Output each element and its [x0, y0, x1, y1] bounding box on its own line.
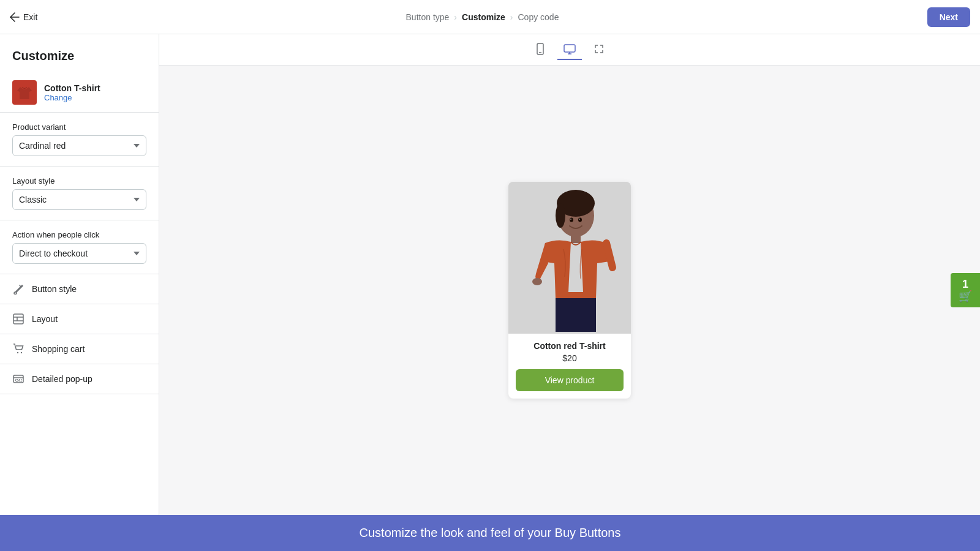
button-style-label: Button style: [32, 284, 77, 294]
breadcrumb-button-type[interactable]: Button type: [406, 12, 450, 22]
product-preview-title: Cotton red T-shirt: [516, 341, 624, 351]
product-thumbnail: [12, 80, 37, 105]
product-variant-select[interactable]: Cardinal red Navy blue Forest green Whit…: [12, 135, 146, 156]
action-click-select[interactable]: Direct to checkout Add to cart View prod…: [12, 243, 146, 264]
svg-rect-10: [19, 380, 21, 381]
breadcrumb-sep-2: ›: [510, 12, 513, 22]
top-nav: Exit Button type › Customize › Copy code…: [0, 0, 980, 34]
sidebar: Customize Cotton T-shirt Change Product …: [0, 34, 159, 515]
expand-view-button[interactable]: [587, 39, 611, 60]
svg-point-6: [21, 352, 22, 353]
product-name: Cotton T-shirt: [44, 83, 100, 93]
svg-point-22: [570, 218, 573, 222]
cart-icon: [12, 343, 24, 355]
product-card: Cotton T-shirt Change: [0, 73, 159, 113]
svg-rect-7: [13, 375, 23, 383]
cart-badge-icon: 🛒: [959, 291, 972, 302]
breadcrumb-sep-1: ›: [454, 12, 457, 22]
detailed-popup-label: Detailed pop-up: [32, 374, 92, 384]
action-click-section: Action when people click Direct to check…: [0, 220, 159, 274]
breadcrumb-customize: Customize: [462, 12, 505, 22]
layout-style-section: Layout style Classic Modern Minimal: [0, 167, 159, 220]
bottom-banner-text: Customize the look and feel of your Buy …: [360, 526, 621, 539]
svg-point-20: [532, 278, 542, 285]
product-preview-card: Cotton red T-shirt $20 View product: [508, 182, 631, 399]
cart-badge[interactable]: 1 🛒: [951, 273, 980, 307]
tshirt-thumb-icon: [14, 82, 35, 103]
sidebar-item-shopping-cart[interactable]: Shopping cart: [0, 334, 159, 364]
breadcrumb: Button type › Customize › Copy code: [406, 12, 559, 22]
svg-point-23: [578, 218, 582, 222]
layout-style-select[interactable]: Classic Modern Minimal: [12, 189, 146, 210]
svg-point-18: [556, 203, 565, 228]
preview-area: Cotton red T-shirt $20 View product 1 🛒: [159, 34, 980, 515]
exit-button[interactable]: Exit: [10, 12, 37, 22]
preview-content: Cotton red T-shirt $20 View product 1 🛒: [159, 66, 980, 515]
product-preview-info: Cotton red T-shirt $20 View product: [508, 334, 631, 399]
person-illustration: [508, 182, 631, 334]
layout-label: Layout: [32, 314, 58, 324]
cart-badge-count: 1: [962, 279, 968, 290]
desktop-icon: [564, 43, 576, 55]
sidebar-item-layout[interactable]: Layout: [0, 304, 159, 334]
mobile-view-button[interactable]: [528, 39, 552, 60]
svg-rect-21: [556, 298, 596, 332]
bottom-banner: Customize the look and feel of your Buy …: [0, 515, 980, 551]
sidebar-title: Customize: [0, 34, 159, 73]
product-preview-image: [508, 182, 631, 334]
svg-point-25: [579, 219, 580, 220]
layout-icon: [12, 313, 24, 325]
main-layout: Customize Cotton T-shirt Change Product …: [0, 34, 980, 515]
svg-point-24: [570, 219, 571, 220]
popup-icon: [12, 373, 24, 385]
svg-point-5: [17, 352, 18, 353]
exit-label: Exit: [23, 12, 37, 22]
svg-rect-1: [13, 314, 23, 324]
product-variant-label: Product variant: [12, 122, 146, 132]
change-product-link[interactable]: Change: [44, 93, 100, 102]
action-click-label: Action when people click: [12, 230, 146, 239]
product-variant-section: Product variant Cardinal red Navy blue F…: [0, 113, 159, 167]
exit-icon: [10, 12, 20, 22]
breadcrumb-copy-code[interactable]: Copy code: [518, 12, 559, 22]
sidebar-item-button-style[interactable]: Button style: [0, 274, 159, 304]
desktop-view-button[interactable]: [557, 39, 582, 60]
preview-toolbar: [159, 34, 980, 66]
view-product-button[interactable]: View product: [516, 369, 624, 391]
next-button[interactable]: Next: [927, 7, 970, 27]
shopping-cart-label: Shopping cart: [32, 344, 85, 354]
layout-style-label: Layout style: [12, 176, 146, 186]
mobile-icon: [534, 43, 546, 55]
product-info: Cotton T-shirt Change: [44, 83, 100, 102]
svg-rect-13: [564, 45, 575, 52]
product-preview-price: $20: [516, 353, 624, 363]
paint-icon: [12, 283, 24, 295]
svg-rect-19: [571, 234, 581, 243]
sidebar-item-detailed-popup[interactable]: Detailed pop-up: [0, 364, 159, 394]
expand-icon: [593, 43, 605, 55]
svg-rect-9: [15, 380, 18, 381]
